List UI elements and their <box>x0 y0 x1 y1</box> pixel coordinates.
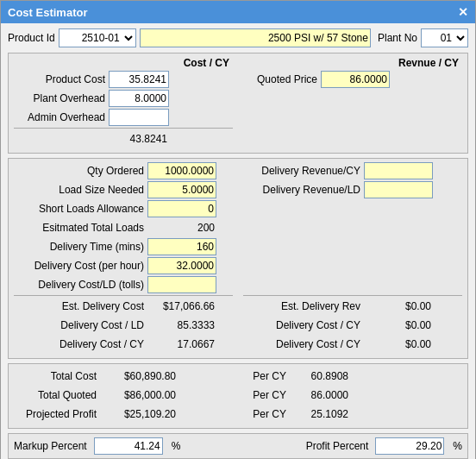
load-size-label: Load Size Needed <box>14 184 147 196</box>
spacer3 <box>243 238 462 255</box>
delivery-cost-hour-label: Delivery Cost (per hour) <box>14 260 147 272</box>
per-cy-quoted-row: Per CY 86.0000 <box>247 387 462 404</box>
delivery-rev-ld-input[interactable] <box>364 181 433 198</box>
product-cost-label: Product Cost <box>14 73 109 85</box>
profit-percent-input[interactable] <box>375 437 444 455</box>
cost-estimator-window: Cost Estimator ✕ Product Id 2510-01 Plan… <box>0 0 476 459</box>
qty-ordered-input[interactable] <box>147 162 216 179</box>
title-bar: Cost Estimator ✕ <box>1 1 475 23</box>
qty-ordered-label: Qty Ordered <box>14 165 147 177</box>
delivery-cost-ld-label: Delivery Cost / LD <box>14 319 147 331</box>
delivery-cost-cy-row: Delivery Cost / CY 17.0667 <box>14 336 233 353</box>
spacer2 <box>243 219 462 236</box>
product-id-select[interactable]: 2510-01 <box>59 28 136 47</box>
total-loads-label: Esitmated Total Loads <box>14 222 147 234</box>
close-button[interactable]: ✕ <box>458 6 468 18</box>
delivery-cost-cy3-label: Delivery Cost / CY <box>243 338 364 350</box>
total-quoted-value: $86,000.00 <box>100 389 178 401</box>
plant-no-label: Plant No <box>378 32 417 44</box>
plant-overhead-label: Plant Overhead <box>14 92 109 104</box>
quoted-price-label: Quoted Price <box>243 73 321 85</box>
product-cost-input[interactable] <box>109 71 169 88</box>
section2-left: Qty Ordered Load Size Needed Short Loads… <box>14 162 233 355</box>
admin-overhead-input[interactable] <box>109 109 169 126</box>
delivery-time-row: Delivery Time (mins) <box>14 238 233 255</box>
plant-overhead-input[interactable] <box>109 90 169 107</box>
total-cost-value: $60,890.80 <box>100 370 178 382</box>
short-loads-label: Short Loads Allowance <box>14 203 147 215</box>
spacer4 <box>243 257 462 274</box>
admin-overhead-label: Admin Overhead <box>14 111 109 123</box>
delivery-cost-cy2-row: Delivery Cost / CY $0.00 <box>243 317 462 334</box>
est-delivery-cost-label: Est. Delivery Cost <box>14 300 147 312</box>
delivery-rev-ld-label: Delivery Revenue/LD <box>243 184 364 196</box>
delivery-cost-cy3-row: Delivery Cost / CY $0.00 <box>243 336 462 353</box>
per-cy-cost-value: 60.8908 <box>290 370 350 382</box>
short-loads-input[interactable] <box>147 200 216 217</box>
total-cost-label: Total Cost <box>14 370 100 382</box>
quoted-price-row: Quoted Price <box>243 71 462 88</box>
admin-overhead-row: Admin Overhead <box>14 109 233 126</box>
plant-no-select[interactable]: 01 02 <box>421 28 468 47</box>
spacer5 <box>243 276 462 293</box>
section2-panel: Qty Ordered Load Size Needed Short Loads… <box>8 158 468 359</box>
section3-left: Total Cost $60,890.80 Total Quoted $86,0… <box>14 368 229 424</box>
plant-overhead-row: Plant Overhead <box>14 90 233 107</box>
load-size-row: Load Size Needed <box>14 181 233 198</box>
total-quoted-label: Total Quoted <box>14 389 100 401</box>
markup-percent-label: Markup Percent <box>14 440 87 452</box>
delivery-cost-tolls-input[interactable] <box>147 276 216 293</box>
section1-right: Revnue / CY Quoted Price <box>236 57 462 149</box>
delivery-rev-cy-row: Delivery Revenue/CY <box>243 162 462 179</box>
top-row: Product Id 2510-01 Plant No 01 02 <box>8 28 468 47</box>
section1-left: Cost / CY Product Cost Plant Overhead Ad… <box>14 57 233 149</box>
total-loads-value: 200 <box>147 222 216 234</box>
load-size-input[interactable] <box>147 181 216 198</box>
est-delivery-rev-value: $0.00 <box>364 300 433 312</box>
delivery-cost-cy-label: Delivery Cost / CY <box>14 338 147 350</box>
delivery-rev-cy-input[interactable] <box>364 162 433 179</box>
per-cy-cost-row: Per CY 60.8908 <box>247 368 462 385</box>
delivery-cost-ld-value: 85.3333 <box>147 319 216 331</box>
spacer1 <box>243 200 462 217</box>
delivery-cost-cy-value: 17.0667 <box>147 338 216 350</box>
projected-profit-value: $25,109.20 <box>100 408 178 420</box>
delivery-rev-cy-label: Delivery Revenue/CY <box>243 165 364 177</box>
markup-percent-sign: % <box>172 440 181 452</box>
window-title: Cost Estimator <box>8 6 87 19</box>
delivery-time-label: Delivery Time (mins) <box>14 241 147 253</box>
product-cost-row: Product Cost <box>14 71 233 88</box>
delivery-cost-cy2-value: $0.00 <box>364 319 433 331</box>
delivery-time-input[interactable] <box>147 238 216 255</box>
total-quoted-row: Total Quoted $86,000.00 <box>14 387 229 404</box>
delivery-cost-tolls-row: Delivery Cost/LD (tolls) <box>14 276 233 293</box>
per-cy-profit-row: Per CY 25.1092 <box>247 406 462 423</box>
section1-panel: Cost / CY Product Cost Plant Overhead Ad… <box>8 53 468 154</box>
per-cy-cost-label: Per CY <box>247 370 290 382</box>
delivery-cost-tolls-label: Delivery Cost/LD (tolls) <box>14 279 147 291</box>
delivery-cost-hour-input[interactable] <box>147 257 216 274</box>
delivery-cost-cy2-label: Delivery Cost / CY <box>243 319 364 331</box>
quoted-price-input[interactable] <box>321 71 390 88</box>
markup-percent-input[interactable] <box>94 437 163 455</box>
profit-percent-sign: % <box>453 440 462 452</box>
per-cy-quoted-label: Per CY <box>247 389 290 401</box>
product-desc-input[interactable] <box>140 28 371 47</box>
per-cy-quoted-value: 86.0000 <box>290 389 350 401</box>
per-cy-profit-value: 25.1092 <box>290 408 350 420</box>
product-id-label: Product Id <box>8 32 55 44</box>
total-cost-row: Total Cost $60,890.80 <box>14 368 229 385</box>
est-delivery-cost-value: $17,066.66 <box>147 300 216 312</box>
section3-right: Per CY 60.8908 Per CY 86.0000 Per CY 25.… <box>233 368 462 424</box>
total-loads-row: Esitmated Total Loads 200 <box>14 219 233 236</box>
cost-total-row: 43.8241 <box>14 130 233 148</box>
projected-profit-label: Projected Profit <box>14 408 100 420</box>
profit-percent-label: Profit Percent <box>306 440 369 452</box>
est-delivery-rev-label: Est. Delivery Rev <box>243 300 364 312</box>
cost-total-value: 43.8241 <box>109 133 169 145</box>
section1-right-header: Revnue / CY <box>243 57 462 69</box>
projected-profit-row: Projected Profit $25,109.20 <box>14 406 229 423</box>
per-cy-profit-label: Per CY <box>247 408 290 420</box>
delivery-cost-hour-row: Delivery Cost (per hour) <box>14 257 233 274</box>
delivery-cost-cy3-value: $0.00 <box>364 338 433 350</box>
